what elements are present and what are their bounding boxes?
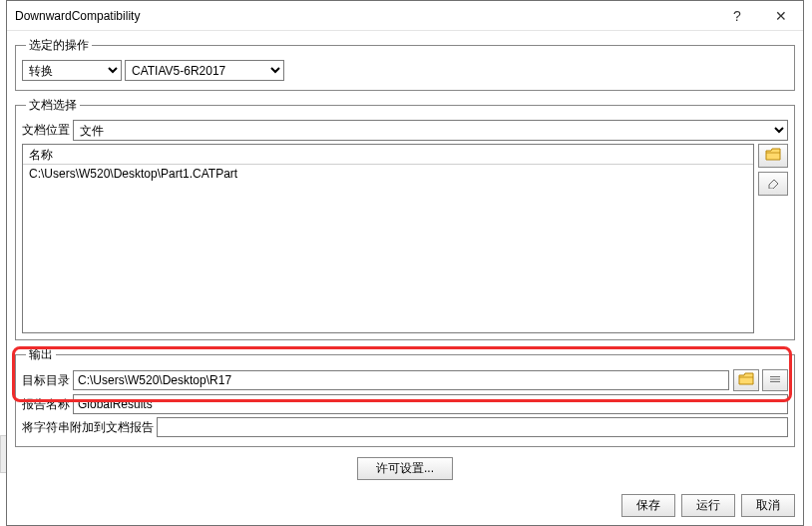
target-dir-browse-button[interactable]: [733, 369, 759, 391]
eraser-icon: [765, 177, 781, 192]
close-button[interactable]: ✕: [759, 1, 803, 31]
cancel-button[interactable]: 取消: [741, 494, 795, 517]
target-dir-aux-button[interactable]: [762, 369, 788, 391]
help-button[interactable]: ?: [715, 1, 759, 31]
folder-icon: [765, 148, 781, 165]
docselect-group: 文档选择 文档位置 文件 名称 C:\Users\W520\Desktop\Pa…: [15, 97, 795, 340]
target-dir-label: 目标目录: [22, 372, 70, 389]
save-button[interactable]: 保存: [621, 494, 675, 517]
append-string-label: 将字符串附加到文档报告: [22, 419, 154, 436]
clear-button[interactable]: [758, 172, 788, 196]
report-name-input[interactable]: [73, 394, 788, 414]
list-column-name[interactable]: 名称: [23, 145, 753, 165]
output-legend: 输出: [26, 346, 56, 363]
output-group: 输出 目标目录 报告: [15, 346, 795, 447]
dialog-window: DownwardCompatibility ? ✕ 选定的操作 转换 CATIA…: [6, 0, 804, 526]
folder-icon: [738, 372, 754, 389]
dialog-footer: 保存 运行 取消: [7, 490, 803, 525]
doc-location-label: 文档位置: [22, 122, 70, 139]
dialog-content: 选定的操作 转换 CATIAV5-6R2017 文档选择 文档位置 文件: [7, 31, 803, 490]
docselect-legend: 文档选择: [26, 97, 80, 114]
append-string-input[interactable]: [157, 417, 788, 437]
titlebar: DownwardCompatibility ? ✕: [7, 1, 803, 31]
browse-folder-button[interactable]: [758, 144, 788, 168]
run-button[interactable]: 运行: [681, 494, 735, 517]
window-title: DownwardCompatibility: [15, 9, 715, 23]
operation-version-select[interactable]: CATIAV5-6R2017: [125, 60, 284, 81]
report-name-label: 报告名称: [22, 396, 70, 413]
license-settings-button[interactable]: 许可设置...: [357, 457, 453, 480]
operation-group: 选定的操作 转换 CATIAV5-6R2017: [15, 37, 795, 91]
operation-convert-select[interactable]: 转换: [22, 60, 122, 81]
operation-legend: 选定的操作: [26, 37, 92, 54]
document-list[interactable]: 名称 C:\Users\W520\Desktop\Part1.CATPart: [22, 144, 754, 333]
doc-location-select[interactable]: 文件: [73, 120, 788, 141]
lines-icon: [768, 373, 782, 387]
list-item[interactable]: C:\Users\W520\Desktop\Part1.CATPart: [29, 167, 747, 181]
target-dir-input[interactable]: [73, 370, 729, 390]
